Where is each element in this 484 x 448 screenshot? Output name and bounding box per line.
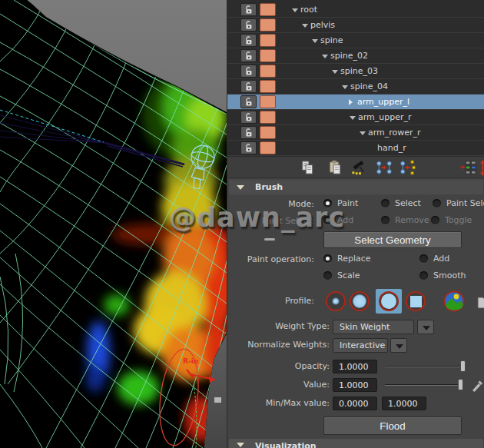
copy-weights-icon[interactable]: [299, 159, 317, 177]
radio-dot: [381, 216, 390, 224]
profile-image-icon[interactable]: [443, 290, 465, 312]
joint-color-swatch[interactable]: [260, 3, 276, 16]
flood-button[interactable]: Flood: [323, 416, 462, 435]
joint-color-swatch[interactable]: [260, 80, 276, 93]
select-geometry-button[interactable]: Select Geometry: [323, 231, 462, 248]
radio-mode-paint[interactable]: Paint: [323, 198, 358, 208]
visualization-section-header[interactable]: Visualization: [229, 439, 483, 448]
opacity-slider[interactable]: [385, 366, 466, 367]
viewport-3d[interactable]: R-in: [0, 0, 227, 448]
lock-icon[interactable]: [240, 126, 257, 139]
expand-arrow-icon[interactable]: [312, 39, 318, 43]
value-field[interactable]: [333, 378, 377, 392]
radio-dot[interactable]: [433, 199, 441, 207]
value-slider-handle[interactable]: [458, 379, 463, 390]
tree-row-pelvis[interactable]: pelvis: [227, 18, 484, 33]
move-weights-to-joint-icon[interactable]: [375, 159, 393, 177]
tree-row-spine-04[interactable]: spine_04: [227, 79, 484, 95]
radio-dot[interactable]: [419, 254, 428, 263]
collapse-triangle-icon[interactable]: [237, 185, 244, 190]
profile-solid-icon[interactable]: [378, 290, 399, 312]
radio-dot[interactable]: [419, 271, 428, 280]
max-value-field[interactable]: [382, 397, 426, 410]
radio-ps-toggle: Toggle: [431, 215, 472, 225]
weight-type-dropdown-arrow[interactable]: [417, 320, 434, 334]
radio-op-smooth[interactable]: Smooth: [419, 270, 466, 280]
opacity-field[interactable]: [333, 360, 377, 373]
lock-icon[interactable]: [240, 18, 257, 32]
joint-color-swatch[interactable]: [260, 34, 276, 47]
tree-row-spine-02[interactable]: spine_02: [227, 48, 484, 64]
tree-row-root[interactable]: root: [227, 2, 484, 18]
expand-arrow-icon[interactable]: [360, 131, 366, 135]
tree-row-arm-upper-r[interactable]: arm_upper_r: [227, 110, 484, 125]
radio-dot[interactable]: [323, 271, 332, 280]
maya-paint-skin-weights-window: R-in @dawn_arc root pelvis spine: [0, 0, 484, 448]
expand-arrow-icon[interactable]: [292, 8, 298, 12]
collapse-arrow-icon[interactable]: [349, 99, 353, 105]
lock-icon[interactable]: [240, 34, 257, 47]
normalize-weights-row: Normalize Weights: Interactive: [227, 338, 484, 353]
profile-gaussian-icon[interactable]: [325, 290, 346, 312]
expand-arrow-icon[interactable]: [342, 85, 348, 89]
joint-color-swatch[interactable]: [260, 141, 276, 154]
hammer-weights-icon[interactable]: [350, 159, 369, 177]
radio-dot[interactable]: [323, 254, 332, 263]
separator-dash: [264, 238, 275, 241]
tree-row-arm-upper-l[interactable]: arm_upper_l: [227, 95, 484, 110]
expand-arrow-icon[interactable]: [302, 24, 308, 28]
tree-row-spine[interactable]: spine: [227, 33, 484, 48]
tree-row-hand-r[interactable]: hand_r: [227, 141, 484, 156]
radio-mode-paint-select[interactable]: Paint Select: [433, 198, 484, 208]
paste-weights-icon[interactable]: [327, 159, 345, 177]
radio-mode-select[interactable]: Select: [381, 198, 421, 208]
opacity-row: Opacity:: [227, 360, 484, 375]
section-title: Brush: [255, 182, 283, 192]
value-row: Value:: [227, 378, 484, 393]
radio-dot[interactable]: [381, 199, 390, 207]
minmax-row: Min/Max value:: [227, 397, 484, 412]
joint-hud-label: R-in: [183, 357, 198, 365]
tree-row-arm-rower-r[interactable]: arm_rower_r: [227, 125, 484, 141]
lock-icon[interactable]: [240, 141, 257, 154]
expand-arrow-icon[interactable]: [332, 70, 338, 74]
move-weights-from-joint-icon[interactable]: [398, 159, 416, 177]
joint-color-swatch[interactable]: [260, 126, 276, 139]
joint-color-swatch[interactable]: [260, 18, 276, 32]
radio-dot: [431, 216, 439, 224]
radio-op-add[interactable]: Add: [419, 254, 449, 264]
brush-section-header[interactable]: Brush: [229, 180, 483, 194]
profile-soft-icon[interactable]: [349, 290, 370, 312]
lock-icon[interactable]: [240, 80, 257, 93]
normalize-weights-dropdown[interactable]: Interactive: [333, 338, 388, 353]
paint-operation-row-1: Paint operation: Replace Add: [227, 253, 484, 267]
tree-row-spine-03[interactable]: spine_03: [227, 64, 484, 79]
expand-arrow-icon[interactable]: [322, 55, 328, 58]
tool-settings-panel: root pelvis spine spine_02: [227, 0, 484, 448]
collapse-triangle-icon[interactable]: [237, 443, 244, 447]
lock-icon[interactable]: [240, 3, 257, 16]
radio-op-replace[interactable]: Replace: [323, 254, 371, 264]
profile-square-icon[interactable]: [405, 290, 426, 312]
paint-operation-row-2: Scale Smooth: [227, 270, 484, 284]
opacity-slider-handle[interactable]: [460, 360, 466, 372]
resize-vertical-icon[interactable]: [479, 159, 484, 177]
value-slider[interactable]: [385, 384, 463, 386]
normalize-weights-dropdown-arrow[interactable]: [390, 338, 407, 353]
joint-color-swatch[interactable]: [260, 95, 276, 108]
radio-dot[interactable]: [323, 199, 332, 207]
radio-op-scale[interactable]: Scale: [323, 270, 360, 280]
lock-icon[interactable]: [240, 111, 257, 124]
lock-icon[interactable]: [240, 95, 257, 108]
lock-icon[interactable]: [240, 49, 257, 62]
eyedropper-icon[interactable]: [471, 378, 483, 392]
expand-arrow-icon[interactable]: [350, 116, 356, 120]
transfer-list-icon[interactable]: [459, 159, 478, 177]
joint-color-swatch[interactable]: [260, 111, 276, 124]
min-value-field[interactable]: [333, 397, 377, 410]
weight-type-dropdown[interactable]: Skin Weight: [333, 320, 414, 334]
lock-icon[interactable]: [240, 65, 257, 78]
joint-color-swatch[interactable]: [260, 49, 276, 62]
browse-image-folder-icon[interactable]: [475, 291, 484, 313]
joint-color-swatch[interactable]: [260, 65, 276, 78]
